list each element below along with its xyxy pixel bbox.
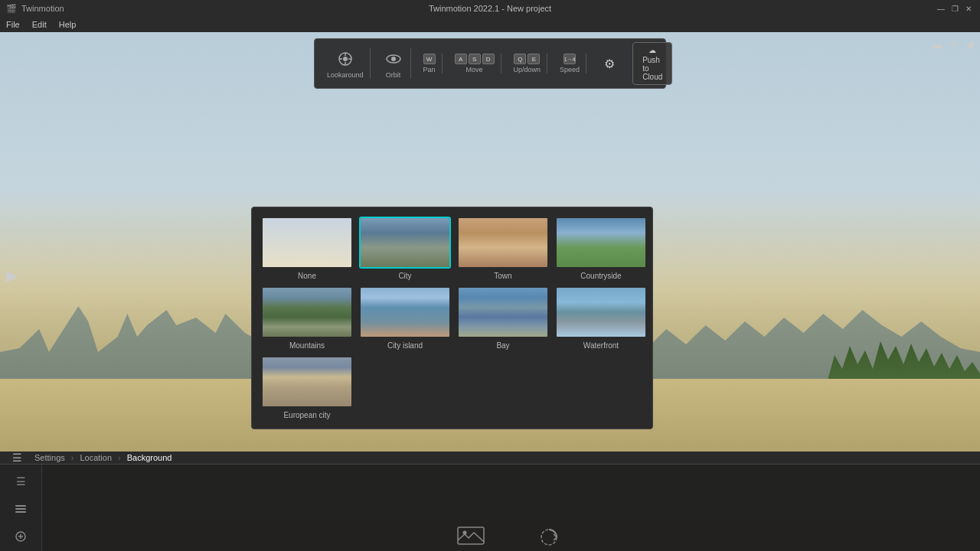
bg-label-countryside: Countryside (580, 272, 621, 280)
app-title: 🎬 Twinmotion (6, 4, 64, 14)
pan-label: Pan (423, 66, 436, 73)
rotation-control[interactable]: 0° Rotation (532, 526, 567, 552)
close-button[interactable]: ✕ (963, 3, 974, 14)
view-mode-icon[interactable]: ▬ (932, 38, 942, 51)
bg-thumb-bay (457, 286, 549, 338)
toolbar-pan: W Pan (417, 54, 443, 73)
bg-item-european-city[interactable]: European city (261, 356, 353, 419)
top-toolbar: Lookaround Orbit W Pan A S D Move Q E Up… (314, 38, 666, 89)
bg-item-town[interactable]: Town (457, 217, 549, 280)
app-icon: 🎬 (6, 4, 17, 14)
cloud-icon: ☁ (648, 46, 656, 54)
speed-keys: 1→4 (564, 54, 576, 64)
bg-thumb-inner-bay (459, 288, 547, 337)
bg-thumb-none (261, 217, 353, 269)
bg-thumb-inner-city (361, 218, 449, 267)
pan-keys: W (423, 54, 436, 64)
key-s: S (469, 54, 481, 64)
settings-icon[interactable]: ⚙ (599, 53, 620, 74)
bg-item-none[interactable]: None (261, 217, 353, 280)
minimize-button[interactable]: — (936, 3, 946, 14)
bg-label-none: None (298, 272, 316, 280)
bg-thumb-inner-european-city (263, 357, 351, 406)
bottom-panel: ☰ Settings › Location › Background ☰ (0, 452, 980, 551)
bg-thumb-inner-town (459, 218, 547, 267)
background-selection-popup: NoneCityTownCountrysideMountainsCity isl… (251, 207, 653, 429)
key-d: D (482, 54, 495, 64)
bg-thumb-city-island (359, 286, 451, 338)
bg-item-city[interactable]: City (359, 217, 451, 280)
bottom-header: ☰ Settings › Location › Background (0, 452, 980, 465)
sidebar-adjust-icon[interactable] (7, 526, 34, 547)
push-to-cloud-button[interactable]: ☁ Push to Cloud (632, 42, 672, 85)
key-q: Q (514, 54, 526, 64)
toolbar-lookaround: Lookaround (321, 48, 371, 79)
svg-rect-10 (15, 511, 26, 513)
move-keys: A S D (455, 54, 495, 64)
bg-item-mountains[interactable]: Mountains (261, 286, 353, 350)
control-row: City Picture 0° Rotation (456, 526, 567, 552)
picture-icon (456, 526, 486, 549)
eye-icon[interactable]: 👁 (949, 38, 959, 51)
move-label: Move (466, 66, 483, 73)
speed-label: Speed (560, 66, 580, 73)
updown-label: Up/down (514, 66, 541, 73)
svg-point-24 (463, 530, 467, 534)
key-w: W (423, 54, 436, 64)
bg-thumb-countryside (555, 217, 647, 269)
menu-edit[interactable]: Edit (32, 20, 47, 29)
updown-keys: Q E (514, 54, 540, 64)
bg-thumb-town (457, 217, 549, 269)
menu-help[interactable]: Help (59, 20, 77, 29)
maximize-button[interactable]: ❐ (949, 3, 960, 14)
svg-point-1 (343, 57, 348, 61)
play-button[interactable]: ▶ (6, 266, 18, 285)
sidebar-menu-icon[interactable]: ☰ (7, 471, 34, 492)
toolbar-settings[interactable]: ⚙ (593, 53, 626, 74)
right-toolbar: ▬ 👁 ◀ (932, 38, 974, 51)
breadcrumb-background[interactable]: Background (127, 453, 172, 462)
titlebar: 🎬 Twinmotion Twinmotion 2022.1 - New pro… (0, 0, 980, 17)
bg-thumb-european-city (261, 356, 353, 408)
toolbar-updown: Q E Up/down (508, 54, 548, 73)
svg-point-7 (391, 57, 396, 61)
bg-item-waterfront[interactable]: Waterfront (555, 286, 647, 350)
rotation-icon (534, 526, 564, 549)
picture-control[interactable]: City Picture (456, 526, 486, 552)
bg-thumb-inner-city-island (361, 288, 449, 337)
toolbar-orbit: Orbit (377, 48, 411, 79)
bottom-content: ☰ (0, 465, 980, 551)
app-name: Twinmotion (21, 4, 64, 13)
bottom-main: City Picture 0° Rotation (42, 465, 980, 551)
bg-label-bay: Bay (496, 341, 509, 350)
window-controls[interactable]: — ❐ ✕ (936, 3, 974, 14)
bg-thumb-city (359, 217, 451, 269)
breadcrumb-sep-1: › (71, 453, 74, 462)
bg-item-city-island[interactable]: City island (359, 286, 451, 350)
breadcrumb-location[interactable]: Location (80, 453, 112, 462)
bg-thumb-mountains (261, 286, 353, 338)
menu-file[interactable]: File (6, 20, 20, 29)
sidebar-layers-icon[interactable] (7, 498, 34, 520)
svg-rect-9 (15, 508, 26, 510)
bg-label-european-city: European city (283, 411, 330, 419)
bg-thumb-inner-none (263, 218, 351, 267)
bg-label-waterfront: Waterfront (583, 341, 619, 350)
orbit-label: Orbit (386, 71, 401, 79)
bg-label-mountains: Mountains (289, 341, 325, 350)
bg-label-town: Town (494, 272, 511, 280)
bg-thumb-inner-mountains (263, 288, 351, 337)
left-sidebar: ☰ (0, 465, 42, 551)
key-1: 1→4 (564, 54, 576, 64)
arrow-icon[interactable]: ◀ (965, 38, 974, 51)
bg-label-city: City (398, 272, 411, 280)
menubar: File Edit Help (0, 17, 980, 32)
hamburger-icon[interactable]: ☰ (12, 452, 22, 464)
breadcrumb-settings[interactable]: Settings (34, 453, 65, 462)
lookaround-icon (335, 48, 356, 70)
toolbar-speed: 1→4 Speed (554, 54, 586, 73)
bg-thumb-inner-waterfront (557, 288, 645, 337)
bg-item-countryside[interactable]: Countryside (555, 217, 647, 280)
bg-item-bay[interactable]: Bay (457, 286, 549, 350)
svg-rect-8 (15, 505, 26, 507)
